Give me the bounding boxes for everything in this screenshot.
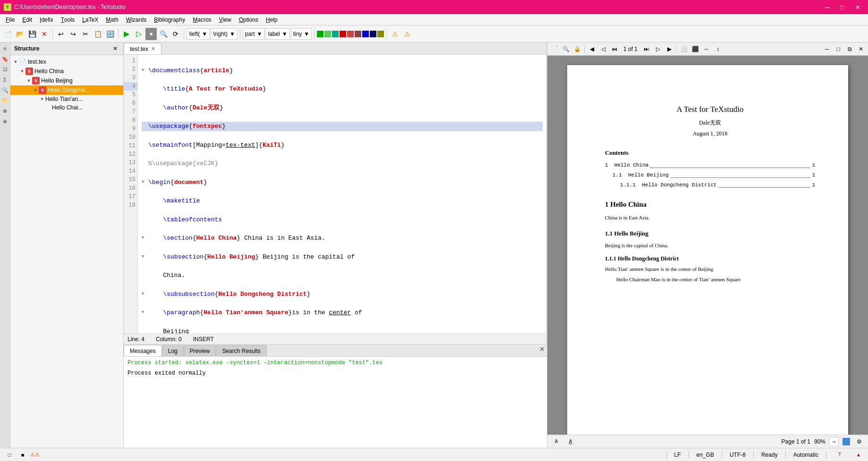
- paste-button[interactable]: 📋: [92, 28, 103, 40]
- sidebar-extra-icon[interactable]: ⊕: [1, 107, 9, 115]
- color-green[interactable]: [317, 31, 323, 37]
- status-mode[interactable]: Automatic: [793, 452, 818, 458]
- code-editor[interactable]: ▼\documentclass{article} \title{A Test f…: [138, 55, 546, 334]
- menu-idefix[interactable]: Idefix: [36, 14, 57, 25]
- new-button[interactable]: 📄: [2, 28, 13, 40]
- sidebar-todo-icon[interactable]: ☑: [1, 65, 9, 74]
- sidebar-symbols-icon[interactable]: Σ: [1, 75, 9, 84]
- close-button[interactable]: ✕: [851, 2, 864, 12]
- pdf-annotation-button[interactable]: 🔒: [572, 44, 582, 54]
- warning-button[interactable]: ⚠: [389, 28, 400, 40]
- pdf-prev-button[interactable]: ◁: [598, 44, 608, 54]
- pdf-text-annot2-button[interactable]: A: [565, 436, 576, 447]
- pdf-text-annot-button[interactable]: A: [551, 436, 562, 447]
- editor-content[interactable]: 123 4 5678910 1112131415 161718 ▼\docume…: [124, 55, 546, 334]
- pdf-zoom-out-button[interactable]: −: [829, 437, 839, 446]
- tree-item-hellodongcheng[interactable]: ▼ S Hello Dongche...: [10, 85, 123, 95]
- undo-button[interactable]: ↩: [55, 28, 67, 40]
- minimize-button[interactable]: ─: [821, 2, 834, 12]
- status-tex-button[interactable]: T: [834, 449, 845, 461]
- structure-close-button[interactable]: ✕: [111, 44, 119, 53]
- color-dark-red[interactable]: [355, 31, 361, 37]
- close-doc-button[interactable]: ✕: [39, 28, 50, 40]
- cut-button[interactable]: ✂: [80, 28, 91, 40]
- pdf-window-max[interactable]: □: [833, 44, 843, 54]
- color-light-green[interactable]: [324, 31, 331, 37]
- pdf-next-page-button[interactable]: ▶: [664, 44, 674, 54]
- tree-root[interactable]: ▼ 📄 test.tex: [10, 57, 123, 67]
- msg-tab-log[interactable]: Log: [162, 345, 184, 356]
- part-combo[interactable]: part ▼: [243, 28, 265, 40]
- replace-button[interactable]: ⟳: [170, 28, 181, 40]
- pdf-fit-width-button[interactable]: ⬜: [679, 44, 689, 54]
- status-encoding[interactable]: en_GB: [697, 452, 714, 458]
- color-yellow[interactable]: [377, 31, 384, 37]
- msg-tab-preview[interactable]: Preview: [184, 345, 216, 356]
- pdf-fit-page-button[interactable]: ⬛: [690, 44, 700, 54]
- status-utf8[interactable]: UTF-8: [730, 452, 746, 458]
- msg-tab-searchresults[interactable]: Search Results: [216, 345, 266, 356]
- sidebar-search-icon[interactable]: 🔍: [1, 86, 9, 94]
- editor-tab-testfile[interactable]: test.tex ✕: [124, 43, 162, 54]
- pdf-next-button[interactable]: ▷: [653, 44, 663, 54]
- stop-button[interactable]: ■: [145, 28, 157, 40]
- pdf-sync2-button[interactable]: ↕: [713, 44, 723, 54]
- pdf-goto-last-button[interactable]: ⏭: [641, 44, 652, 54]
- build-run-button[interactable]: ▶: [121, 28, 132, 40]
- search-button[interactable]: 🔍: [158, 28, 169, 40]
- messages-close-button[interactable]: ✕: [539, 345, 545, 353]
- save-button[interactable]: 💾: [26, 28, 38, 40]
- msg-tab-messages[interactable]: Messages: [124, 345, 162, 356]
- tab-close-button[interactable]: ✕: [151, 46, 155, 52]
- pdf-sync-button[interactable]: ↔: [701, 44, 712, 54]
- tree-item-hellotianan[interactable]: ▼ Hello Tian'an...: [10, 95, 123, 103]
- menu-latex[interactable]: LaTeX: [78, 14, 102, 25]
- spell-button[interactable]: 🔡: [104, 28, 116, 40]
- pdf-prev-page-button[interactable]: ◀: [587, 44, 597, 54]
- tree-item-hellochina[interactable]: ▼ S Hello China: [10, 67, 123, 76]
- left-paren-combo[interactable]: \left( ▼: [187, 28, 210, 40]
- menu-tools[interactable]: Tools: [57, 14, 78, 25]
- color-light-red[interactable]: [347, 31, 354, 37]
- sidebar-files-icon[interactable]: 📁: [1, 96, 9, 105]
- pdf-open-file-button[interactable]: 📄: [549, 44, 560, 54]
- status-lf[interactable]: LF: [674, 452, 681, 458]
- maximize-button[interactable]: □: [836, 2, 849, 12]
- menu-bibliography[interactable]: Bibliography: [150, 14, 189, 25]
- right-paren-combo[interactable]: \right) ▼: [211, 28, 238, 40]
- status-tex2-button[interactable]: ▲: [853, 449, 864, 461]
- pdf-window-min[interactable]: ─: [822, 44, 832, 54]
- pdf-settings-button[interactable]: ⚙: [854, 436, 864, 447]
- menu-file[interactable]: File: [2, 14, 18, 25]
- color-teal[interactable]: [332, 31, 339, 37]
- menu-options[interactable]: Options: [235, 14, 262, 25]
- tree-item-hellochai[interactable]: Hello Chai...: [10, 103, 123, 112]
- menu-help[interactable]: Help: [262, 14, 281, 25]
- pdf-goto-first-button[interactable]: ⏮: [609, 44, 620, 54]
- open-button[interactable]: 📂: [14, 28, 26, 40]
- status-icon1[interactable]: □: [4, 451, 15, 459]
- tiny-combo[interactable]: tiny ▼: [291, 28, 312, 40]
- color-blue[interactable]: [362, 31, 369, 37]
- pdf-search-button[interactable]: 🔍: [561, 44, 571, 54]
- color-dark-blue[interactable]: [370, 31, 376, 37]
- label-combo[interactable]: label ▼: [265, 28, 289, 40]
- menu-edit[interactable]: Edit: [18, 14, 36, 25]
- color-red[interactable]: [340, 31, 346, 37]
- menu-macros[interactable]: Macros: [189, 14, 215, 25]
- sidebar-bookmarks-icon[interactable]: 🔖: [1, 55, 9, 63]
- pdf-content[interactable]: A Test for TeXstudio Dale无双 August 1, 20…: [547, 56, 868, 435]
- tree-item-hellobeijing[interactable]: ▼ S Hello Beijing: [10, 76, 123, 85]
- pdf-window-close[interactable]: ✕: [856, 44, 866, 54]
- redo-button[interactable]: ↪: [68, 28, 79, 40]
- status-icon2[interactable]: ■: [17, 451, 28, 459]
- menu-wizards[interactable]: Wizards: [122, 14, 150, 25]
- sidebar-extra2-icon[interactable]: ⊕: [1, 117, 9, 126]
- sidebar-structure-icon[interactable]: ≡: [1, 44, 9, 53]
- compile-button[interactable]: ▷: [133, 28, 145, 40]
- pdf-zoom-slider[interactable]: [842, 438, 850, 445]
- pdf-window-restore[interactable]: ⧉: [844, 44, 855, 54]
- menu-view[interactable]: View: [215, 14, 235, 25]
- menu-math[interactable]: Math: [102, 14, 122, 25]
- warning2-button[interactable]: ⚠: [401, 28, 413, 40]
